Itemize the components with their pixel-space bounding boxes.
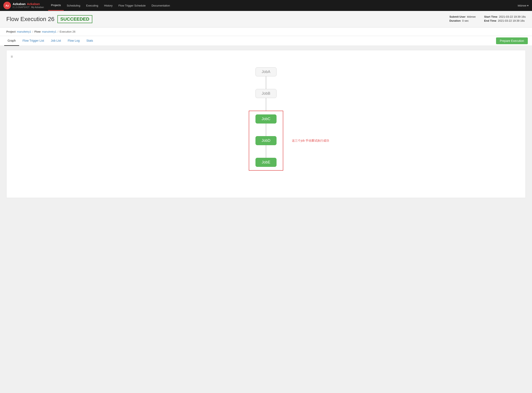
- duration-label: Duration: [449, 19, 460, 22]
- flow-execution-title: Flow Execution 26: [6, 16, 54, 23]
- submit-value: kkbrwe: [467, 15, 476, 18]
- tabs-list: Graph Flow Trigger List Job List Flow Lo…: [4, 36, 97, 46]
- connector-b-c: [266, 98, 266, 111]
- graph-area: JobA JobB JobC JobD JobE 这三个job 手动重试执行成功: [11, 59, 521, 194]
- breadcrumb-flow-link[interactable]: manulretry1: [42, 30, 56, 33]
- breadcrumb-flow-label: Flow: [34, 30, 41, 33]
- breadcrumb-project-label: Project: [6, 30, 15, 33]
- submit-user-line: Submit User kkbrwe: [449, 15, 476, 18]
- navbar: Az Azkaban Azkaban 0.1.0-SNAPSHOT My Azk…: [0, 0, 532, 11]
- nav-item-history[interactable]: History: [101, 1, 116, 10]
- tab-graph[interactable]: Graph: [4, 36, 19, 46]
- tab-job-list[interactable]: Job List: [48, 36, 64, 46]
- job-node-c[interactable]: JobC: [256, 114, 276, 123]
- end-time-value: 2021-03-22 19:39 16s: [498, 19, 525, 22]
- job-node-e[interactable]: JobE: [256, 158, 276, 167]
- tab-flow-log[interactable]: Flow Log: [64, 36, 83, 46]
- breadcrumb: Project manultetry1 / Flow manulretry1 /…: [0, 28, 532, 36]
- connector-a-b: [266, 76, 266, 89]
- connector-d-e: [266, 145, 266, 158]
- tabs-bar: Graph Flow Trigger List Job List Flow Lo…: [0, 36, 532, 46]
- brand-version: 0.1.0-SNAPSHOT: [13, 6, 30, 9]
- flow-title-area: Flow Execution 26 SUCCEEDED: [6, 15, 92, 23]
- start-time-label: Start Time: [484, 15, 497, 18]
- graph-list-icon[interactable]: ≡: [11, 54, 521, 59]
- brand: Az Azkaban Azkaban 0.1.0-SNAPSHOT My Azk…: [3, 2, 44, 9]
- breadcrumb-sep-2: /: [58, 30, 58, 33]
- brand-name-azkaban: Azkaban: [13, 2, 26, 6]
- tab-stats[interactable]: Stats: [83, 36, 97, 46]
- status-badge: SUCCEEDED: [57, 15, 92, 23]
- end-time-line: End Time 2021-03-22 19:39 16s: [484, 19, 526, 22]
- duration-value: 0 sec: [462, 19, 469, 22]
- nav-item-documentation[interactable]: Documentation: [149, 1, 173, 10]
- graph-annotation: 这三个job 手动重试执行成功: [292, 139, 329, 143]
- breadcrumb-sep-1: /: [32, 30, 33, 33]
- graph-container: ≡ JobA JobB JobC JobD JobE 这三个job 手动重试执行…: [6, 50, 526, 198]
- job-node-d[interactable]: JobD: [256, 136, 276, 145]
- submit-label: Submit User: [449, 15, 465, 18]
- main-content: ≡ JobA JobB JobC JobD JobE 这三个job 手动重试执行…: [0, 46, 532, 202]
- tab-flow-trigger-list[interactable]: Flow Trigger List: [19, 36, 48, 46]
- logo: Az: [3, 2, 11, 9]
- breadcrumb-execution: Execution 26: [60, 30, 76, 33]
- start-time-value: 2021-03-22 19:39 16s: [499, 15, 526, 18]
- nav-item-projects[interactable]: Projects: [48, 0, 64, 11]
- brand-sub: My Azkaban: [31, 6, 44, 9]
- header-meta: Submit User kkbrwe Duration 0 sec Start …: [449, 15, 526, 22]
- nav-item-flowtrigger[interactable]: Flow Trigger Schedule: [116, 1, 149, 10]
- end-time-label: End Time: [484, 19, 496, 22]
- nav-item-scheduling[interactable]: Scheduling: [64, 1, 83, 10]
- meta-submit: Submit User kkbrwe Duration 0 sec: [449, 15, 476, 22]
- nav-item-executing[interactable]: Executing: [83, 1, 101, 10]
- user-menu[interactable]: kkbrwe ▾: [518, 4, 529, 7]
- breadcrumb-project-link[interactable]: manultetry1: [17, 30, 31, 33]
- start-time-line: Start Time 2021-03-22 19:39 16s: [484, 15, 526, 18]
- duration-line: Duration 0 sec: [449, 19, 476, 22]
- job-node-a[interactable]: JobA: [256, 67, 276, 76]
- job-node-b[interactable]: JobB: [256, 89, 276, 98]
- connector-c-d: [266, 123, 266, 136]
- nav-menu: Projects Scheduling Executing History Fl…: [48, 0, 518, 11]
- red-box-group: JobC JobD JobE 这三个job 手动重试执行成功: [249, 111, 283, 171]
- prepare-execution-button[interactable]: Prepare Execution: [496, 37, 528, 44]
- page-header: Flow Execution 26 SUCCEEDED Submit User …: [0, 11, 532, 28]
- meta-times: Start Time 2021-03-22 19:39 16s End Time…: [484, 15, 526, 22]
- brand-name-red: Azkaban: [27, 2, 40, 6]
